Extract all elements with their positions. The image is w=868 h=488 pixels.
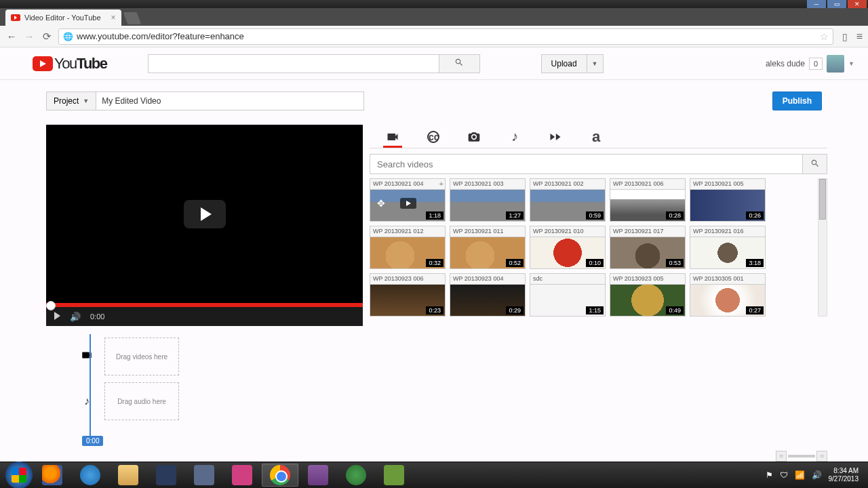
- clip-title: WP 20130923 004: [450, 274, 525, 285]
- tray-shield-icon[interactable]: 🛡: [780, 470, 788, 480]
- window-close-button[interactable]: ✕: [848, 0, 867, 8]
- upload-dropdown-button[interactable]: ▼: [587, 54, 604, 73]
- tray-flag-icon[interactable]: ⚑: [766, 470, 773, 480]
- project-name-input[interactable]: [96, 92, 364, 110]
- youtube-search-button[interactable]: [439, 54, 480, 73]
- taskbar-app-2[interactable]: [224, 464, 260, 487]
- clip-item[interactable]: WP 20130921 0100:10: [530, 226, 606, 269]
- back-button[interactable]: ←: [5, 30, 18, 43]
- clip-title: WP 20130923 005: [610, 274, 685, 285]
- upload-button[interactable]: Upload: [541, 54, 587, 73]
- taskbar-ie[interactable]: [72, 464, 108, 487]
- tray-network-icon[interactable]: 📶: [795, 470, 805, 480]
- youtube-logo[interactable]: YouTube: [33, 55, 107, 73]
- project-dropdown[interactable]: Project ▼: [46, 92, 96, 110]
- clip-item[interactable]: WP 20130921 0170:53: [610, 226, 686, 269]
- tab-audio[interactable]: ♪: [505, 127, 524, 148]
- clip-item[interactable]: WP 20130921 004+✥1:18: [370, 178, 446, 222]
- clip-item[interactable]: WP 20130921 0060:28: [610, 178, 686, 222]
- taskbar-utorrent[interactable]: [338, 464, 374, 487]
- taskbar-clock[interactable]: 8:34 AM 9/27/2013: [829, 467, 859, 483]
- volume-icon[interactable]: 🔊: [70, 312, 81, 322]
- cc-icon: cc: [427, 131, 439, 143]
- media-search-button[interactable]: [803, 154, 827, 174]
- preview-play-button[interactable]: [54, 312, 60, 321]
- taskbar-chrome[interactable]: [262, 464, 298, 487]
- clip-item[interactable]: WP 20130923 0060:23: [370, 273, 446, 317]
- username-label[interactable]: aleks dude: [766, 59, 805, 68]
- clip-item[interactable]: WP 20130921 0050:26: [690, 178, 766, 222]
- taskbar-time: 8:34 AM: [829, 467, 859, 475]
- url-text: www.youtube.com/editor?feature=enhance: [77, 31, 816, 41]
- bookmark-star-icon[interactable]: ☆: [820, 31, 829, 42]
- clip-duration: 0:10: [586, 259, 604, 267]
- browser-tab[interactable]: Video Editor - YouTube ×: [5, 9, 121, 26]
- search-icon: [454, 58, 464, 67]
- play-overlay-icon[interactable]: [184, 200, 226, 228]
- cast-icon[interactable]: ▯: [839, 31, 851, 42]
- address-bar[interactable]: 🌐 www.youtube.com/editor?feature=enhance…: [58, 28, 833, 45]
- notification-count[interactable]: 0: [809, 58, 823, 70]
- clip-play-icon[interactable]: [400, 198, 416, 209]
- clips-scrollbar[interactable]: [818, 178, 827, 317]
- clip-add-icon[interactable]: +: [439, 180, 443, 188]
- publish-button[interactable]: Publish: [772, 92, 822, 110]
- window-minimize-button[interactable]: ─: [807, 0, 826, 8]
- timeline-video-dropzone[interactable]: Drag videos here: [104, 338, 179, 375]
- preview-scrubber[interactable]: [46, 303, 363, 307]
- youtube-search-input[interactable]: [148, 54, 439, 73]
- editor-topbar: Project ▼ Publish: [0, 80, 868, 114]
- taskbar-virtualbox[interactable]: [148, 464, 184, 487]
- clip-title: WP 20130921 010: [530, 226, 605, 237]
- new-tab-button[interactable]: [123, 12, 141, 24]
- clip-item[interactable]: WP 20130921 0031:27: [450, 178, 526, 222]
- window-maximize-button[interactable]: ▭: [827, 0, 846, 8]
- clip-item[interactable]: WP 20130923 0050:49: [610, 273, 686, 317]
- start-button[interactable]: [5, 462, 33, 488]
- tab-creative-commons[interactable]: cc: [424, 127, 443, 148]
- clip-duration: 0:32: [426, 259, 443, 267]
- clip-title: WP 20130305 001: [690, 274, 765, 285]
- clip-item[interactable]: WP 20130921 0110:52: [450, 226, 526, 269]
- forward-button[interactable]: →: [23, 30, 35, 43]
- tray-volume-icon[interactable]: 🔊: [812, 470, 822, 480]
- tab-photos[interactable]: [465, 127, 484, 148]
- taskbar-firefox[interactable]: [34, 464, 71, 487]
- clip-title: WP 20130921 017: [610, 226, 685, 237]
- zoom-track[interactable]: [788, 455, 815, 458]
- taskbar-app[interactable]: [186, 464, 222, 487]
- tab-close-icon[interactable]: ×: [111, 13, 116, 22]
- clip-item[interactable]: WP 20130921 0020:59: [530, 178, 606, 222]
- taskbar-app-3[interactable]: [376, 464, 412, 487]
- taskbar-explorer[interactable]: [110, 464, 146, 487]
- reload-button[interactable]: ⟳: [41, 30, 53, 43]
- clip-duration: 1:15: [586, 306, 604, 314]
- clip-title: WP 20130921 003: [450, 179, 525, 190]
- timeline: 0:00 Drag videos here ♪ Drag audio here: [46, 334, 868, 437]
- tab-text[interactable]: a: [587, 127, 606, 148]
- user-dropdown-icon[interactable]: ▼: [848, 60, 854, 67]
- browser-tabbar: Video Editor - YouTube ×: [0, 8, 868, 26]
- chrome-menu-icon[interactable]: ≡: [856, 30, 863, 43]
- editor-horizontal-scrollbar[interactable]: ○ ○: [0, 451, 827, 462]
- tab-videos[interactable]: [383, 127, 402, 148]
- clip-item[interactable]: WP 20130305 0010:27: [690, 273, 766, 317]
- clip-item[interactable]: WP 20130923 0040:29: [450, 273, 526, 317]
- video-preview[interactable]: [46, 125, 363, 303]
- clip-item[interactable]: WP 20130921 0120:32: [370, 226, 446, 269]
- system-tray: ⚑ 🛡 📶 🔊 8:34 AM 9/27/2013: [766, 467, 863, 483]
- clip-item[interactable]: sdc1:15: [530, 273, 606, 317]
- video-drop-hint: Drag videos here: [116, 353, 167, 361]
- clip-duration: 0:59: [586, 211, 604, 220]
- scrollbar-thumb[interactable]: [819, 179, 826, 220]
- timeline-video-row: Drag videos here: [80, 334, 868, 379]
- timeline-playhead[interactable]: [90, 334, 91, 436]
- tab-transitions[interactable]: [546, 127, 565, 148]
- user-avatar[interactable]: [827, 55, 844, 73]
- clip-item[interactable]: WP 20130921 0163:18: [690, 226, 766, 269]
- taskbar-pidgin[interactable]: [300, 464, 336, 487]
- timeline-audio-dropzone[interactable]: Drag audio here: [104, 382, 179, 420]
- zoom-out-icon[interactable]: ○: [776, 451, 787, 462]
- media-search-input[interactable]: [370, 154, 803, 174]
- zoom-in-icon[interactable]: ○: [816, 451, 827, 462]
